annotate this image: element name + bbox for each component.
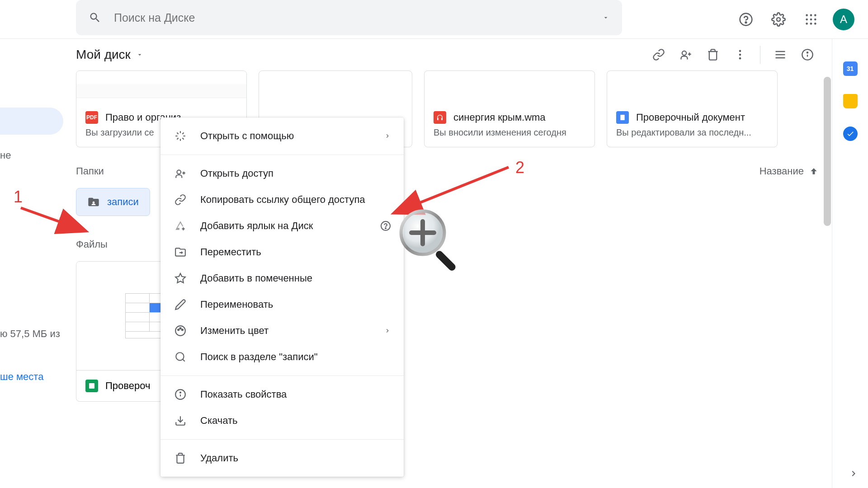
svg-point-12	[682, 51, 686, 55]
folder-name-label: записи	[107, 196, 139, 208]
info-icon	[173, 389, 188, 400]
sidebar-item-label: не	[0, 150, 11, 161]
svg-rect-22	[89, 383, 94, 389]
search-icon	[173, 351, 188, 363]
drive-add-icon	[173, 220, 188, 232]
rename-icon	[173, 299, 188, 310]
menu-download[interactable]: Скачать	[160, 408, 404, 434]
keep-app-icon[interactable]	[843, 94, 858, 108]
context-menu: Открыть с помощью Открыть доступ Копиров…	[160, 117, 404, 477]
menu-move[interactable]: Переместить	[160, 239, 404, 265]
breadcrumb: Мой диск	[76, 39, 818, 70]
folder-item[interactable]: записи	[76, 188, 150, 216]
menu-change-color[interactable]: Изменить цвет	[160, 318, 404, 344]
svg-point-9	[806, 23, 808, 25]
share-button[interactable]	[675, 44, 697, 66]
svg-point-23	[177, 170, 181, 174]
header: А	[0, 0, 868, 39]
svg-point-14	[739, 54, 741, 56]
svg-point-30	[182, 329, 183, 330]
svg-rect-20	[620, 115, 624, 120]
search-options-icon[interactable]	[602, 14, 609, 21]
delete-button[interactable]	[702, 44, 724, 66]
trash-icon	[173, 452, 188, 464]
pdf-icon: PDF	[85, 111, 98, 124]
apps-button[interactable]	[800, 9, 822, 30]
file-title-label: Проверочный документ	[636, 112, 745, 123]
list-view-button[interactable]	[769, 44, 791, 66]
annotation-label-1: 1	[14, 188, 23, 206]
menu-search-in[interactable]: Поиск в разделе "записи"	[160, 344, 404, 370]
toolbar	[648, 39, 818, 70]
get-link-button[interactable]	[648, 44, 670, 66]
link-icon	[173, 194, 188, 206]
menu-label: Показать свойства	[200, 389, 287, 400]
menu-label: Скачать	[200, 415, 238, 427]
menu-open-with[interactable]: Открыть с помощью	[160, 123, 404, 149]
menu-copy-link[interactable]: Копировать ссылку общего доступа	[160, 187, 404, 213]
files-title: Файлы	[76, 239, 108, 250]
file-card[interactable]: синергия крым.wma Вы вносили изменения с…	[424, 70, 595, 147]
svg-point-32	[176, 352, 184, 360]
menu-label: Поиск в разделе "записи"	[200, 351, 318, 363]
menu-label: Изменить цвет	[200, 325, 269, 337]
file-card-subtitle: Вы вносили изменения сегодня	[434, 127, 585, 138]
menu-label: Копировать ссылку общего доступа	[200, 194, 365, 206]
svg-point-5	[814, 14, 816, 16]
file-preview	[76, 71, 246, 98]
toolbar-divider	[760, 46, 760, 64]
search-input[interactable]	[114, 11, 602, 24]
more-actions-button[interactable]	[729, 44, 751, 66]
tasks-app-icon[interactable]	[843, 127, 858, 141]
settings-button[interactable]	[768, 9, 789, 30]
file-card[interactable]: Проверочный документ Вы редактировали за…	[607, 70, 778, 147]
storage-buy-link[interactable]: ше места	[0, 371, 43, 383]
menu-show-details[interactable]: Показать свойства	[160, 381, 404, 408]
expand-sidebar-icon[interactable]	[848, 468, 859, 479]
folder-move-icon	[173, 246, 188, 258]
breadcrumb-label: Мой диск	[76, 47, 131, 62]
person-add-icon	[173, 168, 188, 179]
svg-line-33	[183, 359, 185, 361]
palette-icon	[173, 325, 188, 337]
menu-rename[interactable]: Переименовать	[160, 291, 404, 318]
docs-icon	[616, 111, 629, 124]
svg-point-7	[810, 18, 812, 20]
file-card-title: Проверочный документ	[616, 111, 768, 124]
svg-point-18	[807, 52, 808, 53]
breadcrumb-title[interactable]: Мой диск	[76, 47, 143, 62]
search-icon	[89, 11, 101, 24]
menu-label: Добавить в помеченные	[200, 272, 312, 284]
svg-point-21	[93, 202, 95, 204]
menu-add-starred[interactable]: Добавить в помеченные	[160, 265, 404, 291]
menu-delete[interactable]: Удалить	[160, 445, 404, 471]
svg-point-11	[814, 23, 816, 25]
menu-add-shortcut[interactable]: Добавить ярлык на Диск	[160, 213, 404, 239]
svg-point-36	[180, 392, 181, 393]
avatar[interactable]: А	[833, 9, 854, 30]
arrow-up-icon	[809, 167, 818, 176]
svg-point-26	[385, 228, 386, 229]
svg-point-10	[810, 23, 812, 25]
sheets-icon	[85, 380, 98, 392]
sidebar-active-item[interactable]	[0, 108, 63, 135]
svg-point-6	[806, 18, 808, 20]
chevron-right-icon	[384, 327, 391, 334]
chevron-down-icon	[136, 51, 143, 58]
star-icon	[173, 272, 188, 284]
details-button[interactable]	[797, 44, 818, 66]
help-button[interactable]	[735, 9, 757, 30]
audio-icon	[434, 111, 446, 124]
sort-button[interactable]: Название	[760, 165, 818, 177]
help-icon[interactable]	[380, 221, 391, 231]
svg-point-2	[777, 18, 780, 21]
annotation-label-2: 2	[515, 158, 524, 177]
search-bar[interactable]	[76, 0, 622, 35]
scrollbar[interactable]	[824, 77, 831, 226]
svg-point-15	[739, 57, 741, 60]
calendar-app-icon[interactable]: 31	[843, 61, 858, 76]
svg-point-13	[739, 50, 741, 52]
menu-share[interactable]: Открыть доступ	[160, 160, 404, 187]
menu-label: Добавить ярлык на Диск	[200, 220, 313, 232]
storage-usage-label: ю 57,5 МБ из	[0, 328, 60, 340]
